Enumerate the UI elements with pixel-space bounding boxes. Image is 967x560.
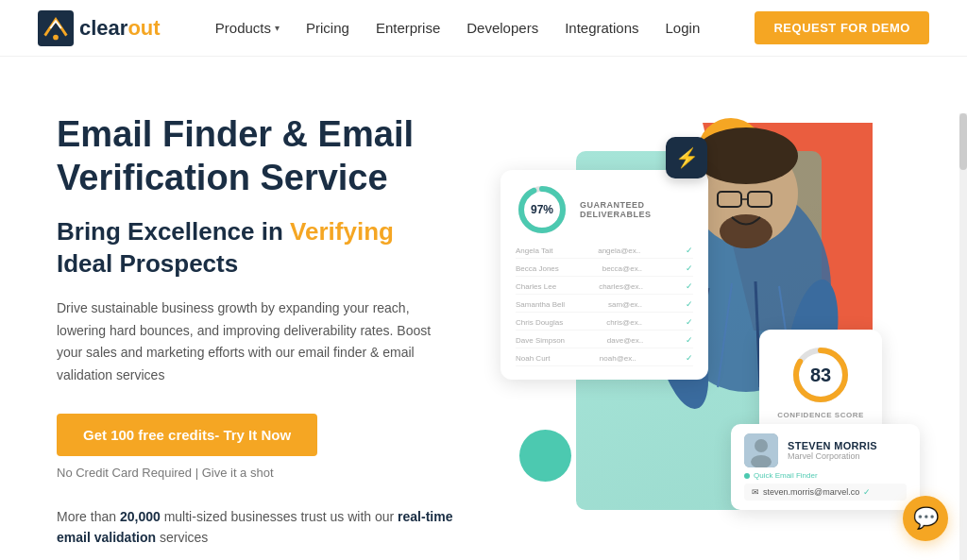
email-icon: ✉ bbox=[752, 487, 759, 497]
list-item: Dave Simpsondave@ex..✓ bbox=[516, 335, 693, 348]
verified-icon: ✓ bbox=[863, 487, 871, 497]
chat-icon: 💬 bbox=[913, 506, 939, 531]
trust-text: More than 20,000 multi-sized businesses … bbox=[57, 506, 453, 549]
avatar bbox=[744, 433, 778, 467]
person-badge: Quick Email Finder bbox=[744, 471, 907, 480]
deliverables-percent: 97% bbox=[531, 203, 553, 216]
logo[interactable]: clearout bbox=[38, 10, 161, 46]
badge-dot bbox=[744, 473, 750, 479]
nav-integrations[interactable]: Integrations bbox=[565, 20, 638, 36]
hero-description: Drive sustainable business growth by exp… bbox=[57, 297, 453, 387]
hero-section: Email Finder & Email Verification Servic… bbox=[0, 57, 967, 560]
list-item: Becca Jonesbecca@ex..✓ bbox=[516, 263, 693, 277]
scrollbar-thumb bbox=[959, 113, 967, 170]
svg-point-22 bbox=[755, 439, 768, 452]
hero-title: Email Finder & Email Verification Servic… bbox=[57, 113, 491, 199]
logo-text: clearout bbox=[79, 16, 161, 41]
person-card: STEVEN MORRIS Marvel Corporation Quick E… bbox=[731, 424, 920, 510]
scrollbar[interactable] bbox=[959, 113, 967, 560]
list-item: Samantha Bellsam@ex..✓ bbox=[516, 299, 693, 313]
list-item: Noah Curtnoah@ex..✓ bbox=[516, 353, 693, 366]
hero-right: ⚡ 97% GUARANTEED DELIVERABLES Angela Tai… bbox=[491, 104, 910, 560]
cta-button[interactable]: Get 100 free credits- Try It Now bbox=[57, 414, 317, 456]
chevron-down-icon: ▾ bbox=[275, 23, 280, 33]
nav-products[interactable]: Products ▾ bbox=[215, 20, 280, 36]
person-name: STEVEN MORRIS bbox=[788, 440, 877, 451]
email-list: Angela Taitangela@ex..✓ Becca Jonesbecca… bbox=[516, 246, 693, 366]
person-company: Marvel Corporation bbox=[788, 451, 877, 461]
chat-button[interactable]: 💬 bbox=[903, 496, 948, 541]
svg-point-8 bbox=[720, 214, 772, 248]
navbar: clearout Products ▾ Pricing Enterprise D… bbox=[0, 0, 967, 57]
list-item: Charles Leecharles@ex..✓ bbox=[516, 281, 693, 295]
confidence-label: CONFIDENCE SCORE bbox=[776, 411, 865, 419]
lightning-card: ⚡ bbox=[666, 137, 707, 178]
deliverables-donut: 97% bbox=[516, 183, 568, 236]
lightning-icon: ⚡ bbox=[675, 146, 699, 169]
nav-developers[interactable]: Developers bbox=[467, 20, 538, 36]
deliverables-label: GUARANTEED DELIVERABLES bbox=[580, 200, 693, 219]
nav-links: Products ▾ Pricing Enterprise Developers… bbox=[215, 20, 700, 37]
confidence-score: 83 bbox=[810, 365, 831, 386]
hero-left: Email Finder & Email Verification Servic… bbox=[57, 104, 491, 549]
hero-subtitle-plain: Bring Excellence in bbox=[57, 217, 290, 246]
nav-pricing[interactable]: Pricing bbox=[306, 20, 349, 36]
svg-rect-0 bbox=[38, 10, 74, 46]
confidence-card: 83 CONFIDENCE SCORE bbox=[759, 330, 882, 434]
person-email: ✉ steven.morris@marvel.co ✓ bbox=[744, 484, 907, 501]
svg-point-1 bbox=[53, 34, 59, 40]
no-cc-text: No Credit Card Required | Give it a shot bbox=[57, 466, 491, 480]
hero-subtitle: Bring Excellence in Verifying Ideal Pros… bbox=[57, 216, 491, 280]
confidence-ring: 83 bbox=[790, 345, 851, 405]
hero-subtitle-highlight: Verifying bbox=[290, 217, 394, 246]
svg-point-4 bbox=[694, 127, 798, 184]
hero-subtitle-end: Ideal Prospects bbox=[57, 249, 238, 278]
nav-enterprise[interactable]: Enterprise bbox=[376, 20, 440, 36]
demo-button[interactable]: REQUEST FOR DEMO bbox=[755, 11, 929, 44]
list-item: Chris Douglaschris@ex..✓ bbox=[516, 317, 693, 331]
nav-login[interactable]: Login bbox=[666, 20, 701, 36]
logo-icon bbox=[38, 10, 74, 46]
list-item: Angela Taitangela@ex..✓ bbox=[516, 246, 693, 259]
deliverables-card: 97% GUARANTEED DELIVERABLES Angela Taita… bbox=[500, 170, 708, 380]
